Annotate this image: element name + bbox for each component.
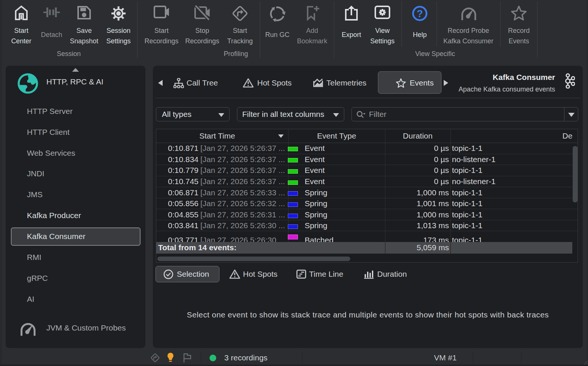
- svg-text:?: ?: [417, 8, 423, 19]
